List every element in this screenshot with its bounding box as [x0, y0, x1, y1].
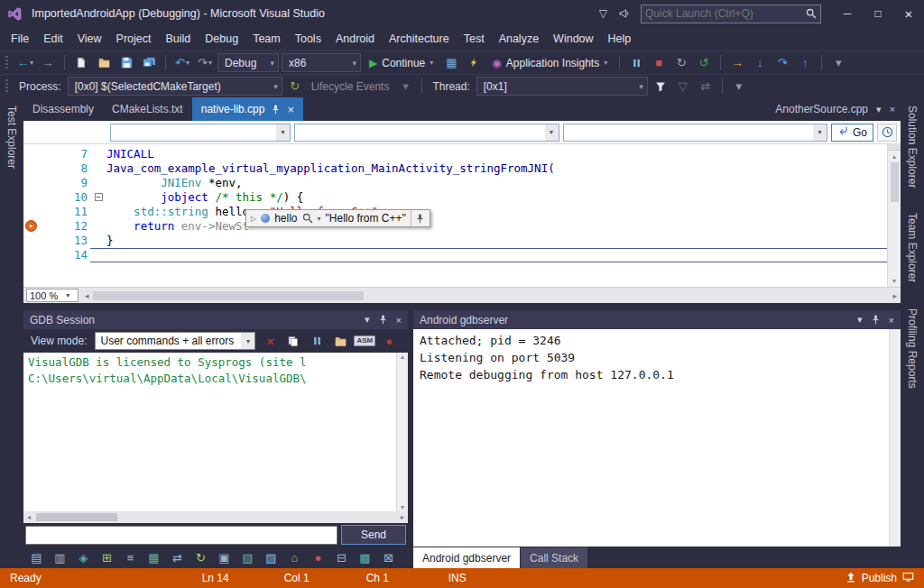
go-button[interactable]: Go: [831, 124, 873, 142]
scrollbar-thumb[interactable]: [93, 291, 364, 300]
scroll-up-icon[interactable]: ▴: [892, 151, 896, 162]
show-threads-icon[interactable]: ⇄: [696, 78, 716, 96]
menu-item-build[interactable]: Build: [158, 29, 198, 49]
gdb-vertical-scrollbar[interactable]: ▴ ▾: [396, 353, 408, 511]
toolbar-overflow-icon[interactable]: ▾: [828, 54, 848, 72]
scroll-left-icon[interactable]: ◂: [23, 513, 34, 521]
save-all-icon[interactable]: [139, 54, 159, 72]
copy-icon[interactable]: [283, 332, 303, 350]
scroll-right-icon[interactable]: ▸: [889, 291, 901, 300]
expander-icon[interactable]: ▷: [251, 215, 256, 223]
menu-item-view[interactable]: View: [70, 29, 109, 49]
side-tab-solution-explorer[interactable]: Solution Explorer: [906, 100, 919, 193]
scrollbar-thumb[interactable]: [891, 162, 899, 202]
menu-item-team[interactable]: Team: [245, 29, 288, 49]
scroll-left-icon[interactable]: ◂: [81, 291, 93, 300]
close-session-icon[interactable]: ⊠: [378, 548, 399, 566]
clear-output-icon[interactable]: ×: [260, 332, 280, 350]
menu-item-tools[interactable]: Tools: [288, 29, 328, 49]
menu-item-test[interactable]: Test: [457, 29, 492, 49]
application-insights-button[interactable]: ◉Application Insights▾: [486, 57, 613, 69]
chevron-down-icon[interactable]: ▾: [813, 124, 827, 141]
navigate-forward-icon[interactable]: →: [38, 54, 58, 72]
gdbserver-vertical-scrollbar[interactable]: [889, 329, 901, 547]
breakpoint-indicator[interactable]: [23, 219, 40, 234]
navigate-back-icon[interactable]: ←▾: [15, 54, 35, 72]
splitter-handle[interactable]: [888, 144, 901, 151]
type-combo[interactable]: ▾: [294, 124, 559, 142]
breakpoints-window-icon[interactable]: ●: [308, 548, 328, 566]
history-icon[interactable]: [877, 124, 897, 142]
break-all-icon[interactable]: [626, 54, 646, 72]
pin-icon[interactable]: [271, 105, 281, 115]
save-icon[interactable]: [116, 54, 136, 72]
watch-window-icon[interactable]: ≡: [120, 548, 141, 566]
show-asm-icon[interactable]: ASM: [354, 335, 375, 346]
close-button[interactable]: ×: [893, 0, 924, 27]
settings-window-icon[interactable]: ⊞: [97, 548, 117, 566]
menu-item-analyze[interactable]: Analyze: [492, 29, 546, 49]
visualizer-dropdown-icon[interactable]: ▾: [318, 215, 321, 223]
editor-horizontal-scrollbar[interactable]: ◂ ▸: [81, 288, 901, 303]
solution-configuration-combo[interactable]: Debug▾: [217, 53, 279, 72]
editor-vertical-scrollbar[interactable]: ▴ ▾: [887, 144, 901, 287]
code-editor[interactable]: 7JNICALL8Java_com_example_virtual_myappl…: [23, 144, 901, 287]
menu-item-edit[interactable]: Edit: [36, 29, 70, 49]
step-over-icon[interactable]: ↷: [772, 54, 792, 72]
show-next-statement-icon[interactable]: →: [727, 54, 747, 72]
zoom-select[interactable]: 100 % ▾: [26, 289, 79, 302]
output-window-icon[interactable]: ▥: [50, 548, 70, 566]
scroll-right-icon[interactable]: ▸: [397, 513, 408, 521]
toolbar-overflow-icon[interactable]: ▾: [729, 78, 749, 96]
stack-window-icon[interactable]: ▨: [261, 548, 282, 566]
project-scope-combo[interactable]: ▾: [110, 124, 291, 142]
open-log-folder-icon[interactable]: [330, 332, 350, 350]
panel-tab-android-gdbserver[interactable]: Android gdbserver: [413, 547, 520, 568]
quick-launch-input[interactable]: [645, 7, 806, 20]
scroll-down-icon[interactable]: ▾: [401, 503, 404, 511]
outline-collapse-toggle[interactable]: −: [90, 190, 106, 205]
disassembly-window-icon[interactable]: ⊟: [331, 548, 352, 566]
restart-icon[interactable]: ↻: [671, 54, 691, 72]
send-button[interactable]: Send: [341, 525, 406, 545]
panel-splitter-horizontal[interactable]: [23, 303, 901, 310]
side-tab-test-explorer[interactable]: Test Explorer: [5, 100, 18, 174]
menu-item-android[interactable]: Android: [328, 29, 382, 49]
side-tab-profiling-reports[interactable]: Profiling Reports: [906, 303, 919, 394]
maximize-button[interactable]: □: [863, 0, 893, 27]
step-into-icon[interactable]: ↓: [750, 54, 770, 72]
diagnostics-icon[interactable]: [464, 54, 484, 72]
member-combo[interactable]: ▾: [563, 124, 828, 142]
redo-icon[interactable]: ↷▾: [195, 54, 215, 72]
new-file-icon[interactable]: [71, 54, 91, 72]
lifecycle-events-icon[interactable]: ↻: [285, 78, 305, 96]
chevron-down-icon[interactable]: ▾: [276, 124, 290, 141]
pin-icon[interactable]: [871, 315, 881, 325]
close-document-icon[interactable]: ×: [890, 104, 895, 115]
undo-icon[interactable]: ↶▾: [172, 54, 192, 72]
threads-window-icon[interactable]: ⇄: [167, 548, 188, 566]
home-window-icon[interactable]: ⌂: [284, 548, 305, 566]
pin-icon[interactable]: [378, 315, 388, 325]
lifecycle-dropdown-icon[interactable]: ▾: [395, 78, 415, 96]
menu-item-architecture[interactable]: Architecture: [382, 29, 457, 49]
publish-button[interactable]: Publish: [838, 572, 921, 585]
menu-item-window[interactable]: Window: [546, 29, 600, 49]
minimize-button[interactable]: ─: [832, 0, 863, 27]
apply-changes-icon[interactable]: ↺: [694, 54, 714, 72]
step-out-icon[interactable]: ↑: [795, 54, 815, 72]
side-tab-team-explorer[interactable]: Team Explorer: [906, 207, 919, 288]
registers-window-icon[interactable]: ▣: [214, 548, 235, 566]
chevron-down-icon[interactable]: ▾: [241, 333, 254, 349]
scroll-down-icon[interactable]: ▾: [892, 275, 896, 287]
window-position-icon[interactable]: ▾: [857, 314, 863, 326]
magnifier-icon[interactable]: [302, 213, 313, 224]
symbols-window-icon[interactable]: ▩: [355, 548, 375, 566]
solution-explorer-icon[interactable]: ▤: [26, 548, 47, 566]
flag-threads-icon[interactable]: ▽: [673, 78, 693, 96]
scroll-up-icon[interactable]: ▴: [401, 353, 404, 361]
filter-threads-icon[interactable]: [651, 78, 670, 96]
record-session-icon[interactable]: ●: [379, 332, 399, 350]
menu-item-debug[interactable]: Debug: [198, 29, 245, 49]
continue-button[interactable]: ▶Continue▾: [364, 57, 439, 69]
